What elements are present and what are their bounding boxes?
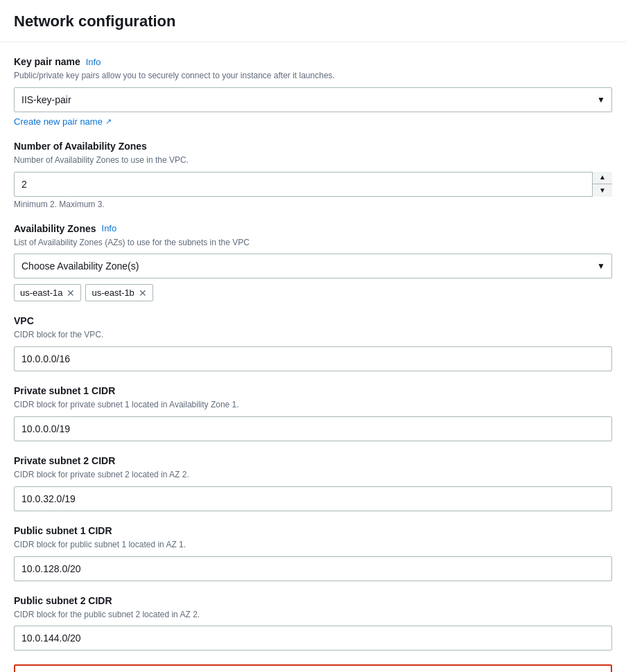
private-subnet-1-group: Private subnet 1 CIDR CIDR block for pri…: [14, 385, 612, 441]
private-subnet-2-description: CIDR block for private subnet 2 located …: [14, 469, 612, 481]
az-zones-info-link[interactable]: Info: [102, 223, 117, 233]
private-subnet-2-group: Private subnet 2 CIDR CIDR block for pri…: [14, 455, 612, 511]
create-pair-link[interactable]: Create new pair name ↗: [14, 116, 112, 127]
num-az-group: Number of Availability Zones Number of A…: [14, 141, 612, 209]
num-az-input[interactable]: [14, 172, 612, 197]
num-az-increment-btn[interactable]: ▲: [593, 172, 612, 185]
az-zones-select-wrapper: Choose Availability Zone(s) ▼: [14, 254, 612, 278]
az-zones-label: Availability Zones Info: [14, 223, 612, 234]
az-zones-description: List of Availability Zones (AZs) to use …: [14, 237, 612, 249]
public-subnet-1-description: CIDR block for public subnet 1 located i…: [14, 539, 612, 551]
az-tag-1-remove-btn[interactable]: ✕: [67, 288, 75, 298]
public-subnet-2-label: Public subnet 2 CIDR: [14, 595, 612, 606]
key-pair-description: Public/private key pairs allow you to se…: [14, 70, 612, 82]
public-subnet-2-input[interactable]: [14, 626, 612, 651]
content-section: Key pair name Info Public/private key pa…: [0, 42, 626, 672]
az-zones-group: Availability Zones Info List of Availabi…: [14, 223, 612, 302]
external-link-icon: ↗: [105, 117, 112, 126]
az-zones-select[interactable]: Choose Availability Zone(s): [14, 254, 612, 278]
num-az-description: Number of Availability Zones to use in t…: [14, 154, 612, 166]
public-subnet-1-group: Public subnet 1 CIDR CIDR block for publ…: [14, 525, 612, 581]
az-tags-container: us-east-1a ✕ us-east-1b ✕: [14, 284, 612, 301]
az-min-max-hint: Minimum 2. Maximum 3.: [14, 200, 612, 209]
key-pair-select-wrapper: IIS-key-pair ▼: [14, 87, 612, 112]
public-subnet-1-label: Public subnet 1 CIDR: [14, 525, 612, 536]
vpc-description: CIDR block for the VPC.: [14, 329, 612, 341]
key-pair-label: Key pair name Info: [14, 56, 612, 67]
header-section: Network configuration: [0, 0, 626, 42]
num-az-stepper: ▲ ▼: [592, 172, 612, 197]
rdg-group: Allowed Remote Desktop Gateway external …: [14, 664, 612, 672]
page-title: Network configuration: [14, 12, 612, 30]
vpc-label: VPC: [14, 315, 612, 326]
vpc-group: VPC CIDR block for the VPC.: [14, 315, 612, 371]
public-subnet-2-description: CIDR block for the public subnet 2 locat…: [14, 609, 612, 621]
private-subnet-2-input[interactable]: [14, 486, 612, 511]
num-az-label: Number of Availability Zones: [14, 141, 612, 152]
key-pair-select[interactable]: IIS-key-pair: [14, 87, 612, 112]
az-tag-1: us-east-1a ✕: [14, 284, 81, 301]
num-az-input-wrapper: ▲ ▼: [14, 172, 612, 197]
public-subnet-2-group: Public subnet 2 CIDR CIDR block for the …: [14, 595, 612, 651]
az-tag-2-value: us-east-1b: [92, 288, 134, 298]
az-tag-1-value: us-east-1a: [20, 288, 62, 298]
private-subnet-1-label: Private subnet 1 CIDR: [14, 385, 612, 396]
private-subnet-1-description: CIDR block for private subnet 1 located …: [14, 399, 612, 411]
private-subnet-1-input[interactable]: [14, 416, 612, 441]
az-tag-2: us-east-1b ✕: [85, 284, 153, 301]
private-subnet-2-label: Private subnet 2 CIDR: [14, 455, 612, 466]
public-subnet-1-input[interactable]: [14, 556, 612, 581]
key-pair-info-link[interactable]: Info: [86, 57, 101, 67]
az-tag-2-remove-btn[interactable]: ✕: [139, 288, 147, 298]
num-az-decrement-btn[interactable]: ▼: [593, 184, 612, 197]
key-pair-group: Key pair name Info Public/private key pa…: [14, 56, 612, 127]
vpc-input[interactable]: [14, 346, 612, 371]
page-container: Network configuration Key pair name Info…: [0, 0, 626, 672]
